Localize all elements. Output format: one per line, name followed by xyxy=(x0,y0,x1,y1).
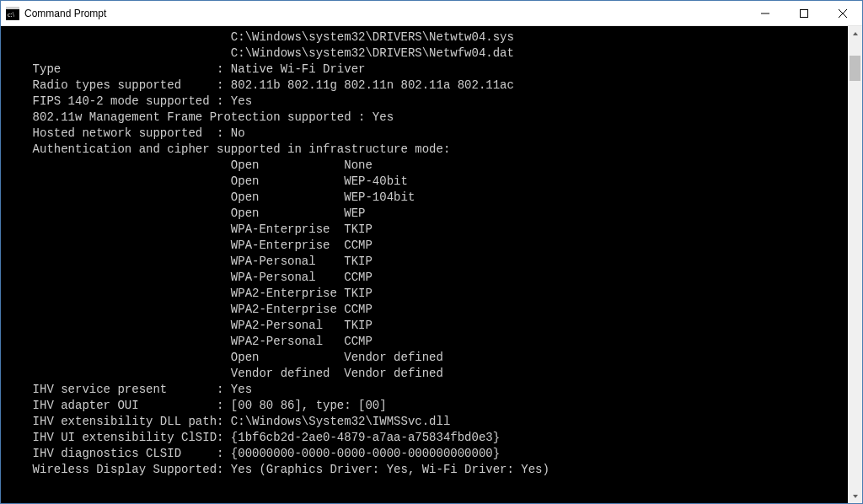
scroll-up-button[interactable] xyxy=(848,26,862,40)
maximize-button[interactable] xyxy=(785,1,823,25)
close-button[interactable] xyxy=(823,1,862,25)
window-title: Command Prompt xyxy=(24,8,746,19)
svg-rect-1 xyxy=(6,7,19,9)
window-controls xyxy=(746,1,862,25)
client-area: C:\Windows\system32\DRIVERS\Netwtw04.sys… xyxy=(1,26,862,503)
svg-marker-8 xyxy=(853,495,858,498)
minimize-button[interactable] xyxy=(746,1,785,25)
svg-text:c:\: c:\ xyxy=(8,11,15,19)
scroll-thumb[interactable] xyxy=(850,56,860,81)
command-prompt-window: c:\ Command Prompt C:\Windows\system32\D… xyxy=(0,0,863,504)
svg-rect-4 xyxy=(801,9,808,17)
vertical-scrollbar[interactable] xyxy=(848,26,862,503)
cmd-icon: c:\ xyxy=(6,7,19,20)
titlebar[interactable]: c:\ Command Prompt xyxy=(1,1,862,26)
svg-marker-7 xyxy=(853,32,858,35)
scroll-down-button[interactable] xyxy=(848,489,862,503)
terminal-output[interactable]: C:\Windows\system32\DRIVERS\Netwtw04.sys… xyxy=(1,26,848,503)
